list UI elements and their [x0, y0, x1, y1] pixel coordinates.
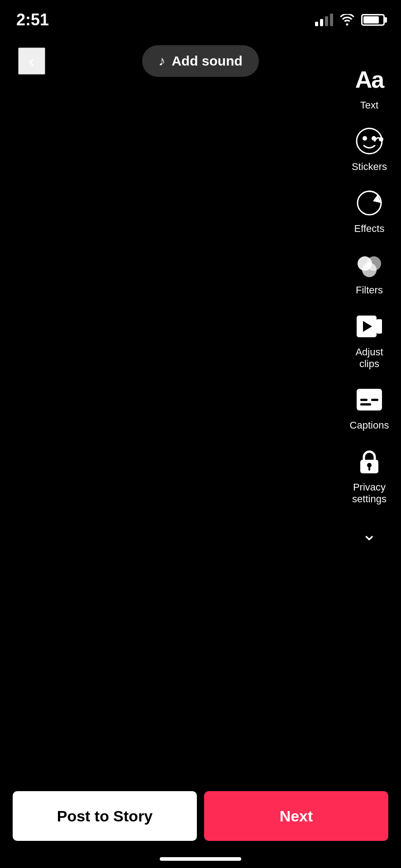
- tool-privacy-settings-label: Privacy settings: [347, 481, 392, 505]
- top-bar: ‹ ♪ Add sound: [0, 32, 401, 77]
- svg-rect-9: [377, 319, 382, 334]
- tool-filters[interactable]: Filters: [347, 248, 392, 296]
- tool-filters-label: Filters: [356, 284, 383, 296]
- tool-stickers[interactable]: Stickers: [347, 125, 392, 173]
- text-icon: Aa: [355, 66, 383, 93]
- adjust-clips-icon: [355, 312, 384, 341]
- post-to-story-button[interactable]: Post to Story: [13, 791, 197, 841]
- tool-effects[interactable]: Effects: [347, 187, 392, 235]
- tool-effects-label: Effects: [354, 223, 385, 235]
- svg-point-1: [363, 136, 367, 141]
- svg-point-0: [357, 128, 382, 154]
- svg-rect-17: [368, 467, 370, 471]
- right-tools: Aa Text Stickers Effects: [347, 63, 392, 544]
- svg-point-3: [379, 137, 383, 142]
- tool-text-label: Text: [360, 99, 378, 111]
- more-tools-button[interactable]: ⌄: [347, 519, 392, 544]
- tool-captions[interactable]: Captions: [347, 383, 392, 431]
- sticker-icon: [355, 127, 384, 156]
- tool-adjust-clips[interactable]: Adjust clips: [347, 310, 392, 370]
- chevron-down-icon: ⌄: [362, 524, 377, 544]
- svg-rect-14: [371, 399, 378, 401]
- status-time: 2:51: [16, 10, 49, 29]
- svg-rect-13: [360, 403, 371, 406]
- privacy-settings-icon: [355, 447, 384, 476]
- add-sound-label: Add sound: [172, 53, 243, 69]
- back-button[interactable]: ‹: [18, 47, 45, 75]
- filters-icon: [355, 250, 384, 279]
- status-bar: 2:51: [0, 0, 401, 32]
- wifi-icon: [339, 14, 355, 26]
- back-chevron-icon: ‹: [29, 52, 34, 70]
- tool-privacy-settings[interactable]: Privacy settings: [347, 445, 392, 505]
- status-icons: [315, 14, 385, 26]
- tool-text[interactable]: Aa Text: [347, 63, 392, 111]
- battery-icon: [361, 14, 385, 26]
- tool-captions-label: Captions: [350, 420, 389, 431]
- home-indicator: [160, 857, 241, 861]
- svg-point-7: [362, 263, 377, 277]
- effects-icon: [355, 189, 384, 217]
- tool-stickers-label: Stickers: [352, 161, 387, 173]
- tool-adjust-clips-label: Adjust clips: [347, 346, 392, 370]
- music-note-icon: ♪: [158, 53, 165, 69]
- add-sound-button[interactable]: ♪ Add sound: [142, 45, 259, 77]
- bottom-bar: Post to Story Next: [0, 791, 401, 841]
- captions-icon: [355, 385, 384, 414]
- signal-icon: [315, 14, 333, 26]
- svg-rect-12: [360, 399, 368, 401]
- next-button[interactable]: Next: [204, 791, 388, 841]
- svg-point-16: [367, 463, 372, 467]
